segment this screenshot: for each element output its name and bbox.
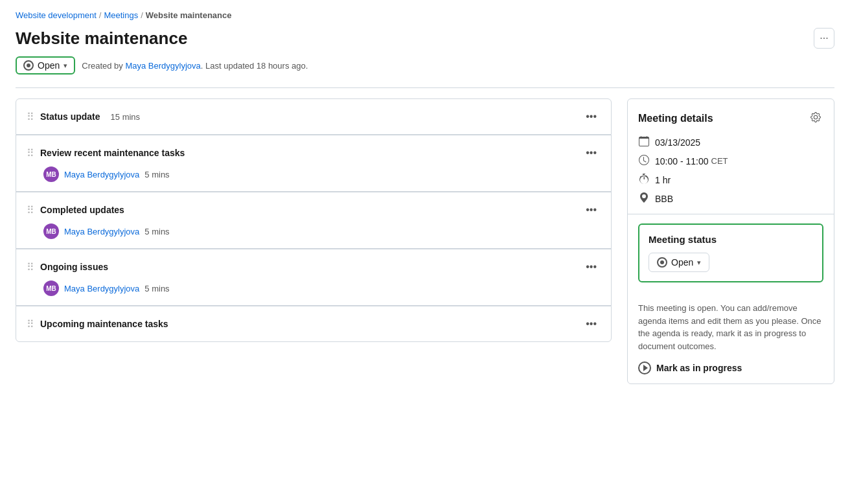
avatar: MB [43, 223, 59, 239]
person-link[interactable]: Maya Berdygylyjova [64, 284, 139, 293]
drag-handle-icon[interactable]: ⠿ [27, 318, 34, 330]
drag-handle-icon[interactable]: ⠿ [27, 261, 34, 273]
drag-handle-icon[interactable]: ⠿ [27, 204, 34, 216]
drag-handle-icon[interactable]: ⠿ [27, 111, 34, 123]
agenda-item: ⠿ Completed updates ••• MB Maya Berdygyl… [16, 192, 612, 249]
stopwatch-icon [638, 174, 650, 186]
more-options-button[interactable]: ··· [814, 28, 834, 49]
agenda-item-title: Review recent maintenance tasks [40, 148, 185, 158]
agenda-item: ⠿ Status update 15 mins ••• [16, 98, 612, 135]
agenda-item-title: Upcoming maintenance tasks [40, 319, 168, 329]
page-divider [16, 87, 834, 88]
person-link[interactable]: Maya Berdygylyjova [64, 227, 139, 236]
agenda-list: ⠿ Status update 15 mins ••• ⠿ Review rec… [16, 98, 612, 494]
meeting-date: 03/13/2025 [655, 137, 700, 148]
status-label-sidebar: Open [671, 257, 693, 268]
agenda-item-title: Ongoing issues [40, 262, 108, 272]
meta-created-by: Created by Maya Berdygylyjova. Last upda… [82, 61, 308, 71]
breadcrumb-sep-1: / [99, 10, 102, 20]
breadcrumb-website-dev[interactable]: Website development [16, 10, 97, 20]
agenda-item-duration: 5 mins [144, 170, 169, 179]
author-link[interactable]: Maya Berdygylyjova [125, 61, 200, 71]
play-icon [638, 361, 651, 374]
page-title: Website maintenance [16, 29, 187, 49]
calendar-icon [638, 136, 650, 148]
mark-as-in-progress-button[interactable]: Mark as in progress [638, 361, 742, 374]
breadcrumb: Website development / Meetings / Website… [16, 10, 834, 20]
breadcrumb-current: Website maintenance [146, 10, 232, 20]
status-open-icon-sidebar [657, 257, 667, 268]
drag-handle-icon[interactable]: ⠿ [27, 147, 34, 159]
breadcrumb-meetings[interactable]: Meetings [104, 10, 138, 20]
meeting-duration: 1 hr [655, 175, 671, 185]
clock-icon [638, 155, 650, 167]
meeting-location-row: BBB [638, 192, 823, 205]
meeting-duration-row: 1 hr [638, 174, 823, 186]
avatar: MB [43, 281, 59, 296]
status-button-open[interactable]: Open ▾ [16, 56, 75, 74]
agenda-item-more-button[interactable]: ••• [582, 315, 601, 332]
agenda-item: ⠿ Upcoming maintenance tasks ••• [16, 306, 612, 342]
location-icon [638, 192, 650, 205]
play-triangle [643, 365, 648, 371]
status-label: Open [38, 60, 60, 71]
agenda-item-title: Completed updates [40, 205, 124, 215]
agenda-item: ⠿ Ongoing issues ••• MB Maya Berdygylyjo… [16, 249, 612, 306]
agenda-item-title: Status update [40, 111, 100, 122]
mark-progress-label: Mark as in progress [656, 363, 742, 373]
agenda-item-duration: 15 mins [111, 112, 141, 122]
sidebar: Meeting details 03/13/2 [627, 98, 834, 494]
agenda-item-duration: 5 mins [144, 284, 169, 293]
agenda-item-duration: 5 mins [144, 227, 169, 236]
agenda-item-more-button[interactable]: ••• [582, 108, 601, 125]
sidebar-divider [628, 214, 834, 214]
chevron-down-icon-sidebar: ▾ [697, 258, 701, 267]
status-dropdown-button[interactable]: Open ▾ [649, 253, 709, 272]
chevron-down-icon: ▾ [63, 62, 67, 70]
meeting-time-row: 10:00 - 11:00 CET [638, 155, 823, 167]
agenda-item-more-button[interactable]: ••• [582, 144, 601, 161]
status-description: This meeting is open. You can add/remove… [638, 302, 823, 352]
meeting-details-title: Meeting details [638, 113, 713, 124]
person-link[interactable]: Maya Berdygylyjova [64, 170, 139, 179]
agenda-item-more-button[interactable]: ••• [582, 201, 601, 218]
avatar: MB [43, 166, 59, 182]
meeting-status-title: Meeting status [649, 234, 813, 245]
breadcrumb-sep-2: / [141, 10, 143, 20]
meeting-location: BBB [655, 194, 673, 204]
meeting-date-row: 03/13/2025 [638, 136, 823, 148]
meeting-time: 10:00 - 11:00 CET [655, 156, 728, 166]
gear-icon [810, 112, 821, 122]
agenda-item: ⠿ Review recent maintenance tasks ••• MB… [16, 135, 612, 192]
gear-settings-button[interactable] [808, 109, 823, 127]
meeting-status-section: Meeting status Open ▾ [638, 223, 823, 282]
status-open-icon [23, 60, 34, 71]
agenda-item-more-button[interactable]: ••• [582, 258, 601, 275]
